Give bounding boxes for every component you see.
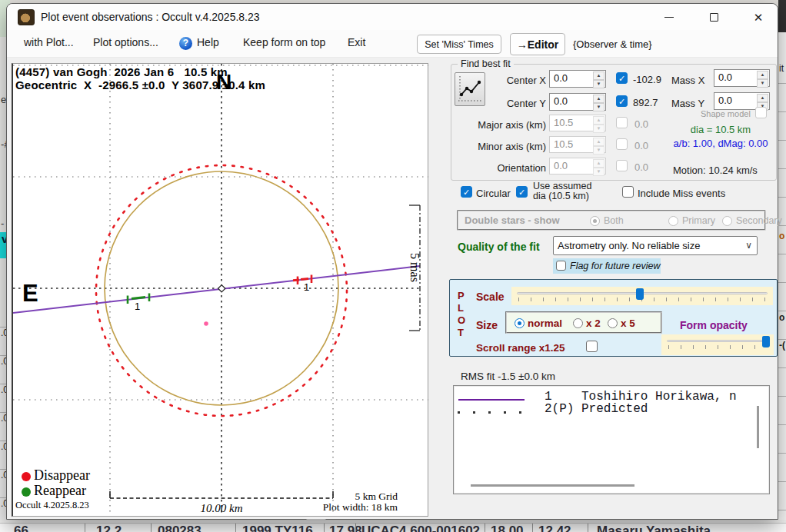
center-x-fit-checkbox[interactable]: ✓ (616, 72, 628, 84)
center-x-fit-value: -102.9 (633, 74, 661, 85)
circular-label: Circular (476, 188, 511, 199)
quality-of-fit-label: Quality of the fit (458, 241, 540, 253)
window-title: Plot event observations : Occult v.4.202… (41, 11, 260, 23)
north-direction-label: N (216, 70, 231, 95)
list-vertical-scrollbar[interactable] (757, 406, 759, 448)
background-table-cell: 17.98 (329, 524, 362, 532)
observer-time-label: {Observer & time} (573, 38, 652, 50)
chord-number-green: 1 (135, 301, 140, 312)
plot-title-line1: (4457) van Gogh 2026 Jan 6 10.5 km (15, 65, 228, 78)
close-button[interactable]: ✕ (741, 4, 776, 30)
double-secondary-radio[interactable] (722, 216, 732, 226)
double-secondary-label: Secondary (736, 215, 782, 226)
chord1-line-swatch (458, 399, 525, 401)
circular-checkbox[interactable]: ✓ (461, 186, 472, 198)
quality-of-fit-select[interactable]: Astrometry only. No reliable size ∨ (553, 236, 758, 255)
background-table-cell: 18.00 (491, 524, 524, 532)
list-horizontal-scrollbar[interactable] (471, 484, 634, 487)
mas-scale-label: 5 mas (406, 248, 421, 287)
menu-with-plot[interactable]: with Plot... (24, 36, 74, 48)
major-axis-input[interactable]: 10.5▲▼ (549, 115, 606, 131)
center-y-fit-checkbox[interactable]: ✓ (616, 95, 628, 107)
center-x-up[interactable]: ▲ (593, 71, 604, 80)
size-x5-radio[interactable] (608, 318, 618, 328)
double-primary-radio[interactable] (668, 216, 678, 226)
titlebar[interactable]: Plot event observations : Occult v.4.202… (7, 4, 778, 30)
app-icon (18, 9, 35, 25)
scalebar-label: 10.00 km (175, 502, 268, 515)
shape-model-label: Shape model (701, 109, 751, 118)
center-y-input[interactable]: 0.0▲▼ (549, 93, 606, 111)
best-fit-chart-button[interactable] (455, 72, 485, 106)
plot-drawing (13, 64, 428, 516)
form-opacity-slider[interactable] (661, 334, 774, 355)
center-x-label: Center X (489, 75, 546, 86)
close-icon: ✕ (754, 12, 764, 23)
scale-slider-thumb[interactable] (636, 288, 644, 300)
scroll-range-checkbox[interactable] (586, 341, 598, 352)
orientation-fit-checkbox[interactable] (616, 160, 628, 171)
minimize-button[interactable] (651, 4, 687, 30)
center-x-down[interactable]: ▼ (593, 80, 604, 88)
rms-fit-label: RMS fit -1.5 ±0.0 km (461, 371, 555, 382)
size-normal-radio[interactable] (515, 318, 525, 328)
flag-review-checkbox[interactable] (556, 261, 566, 271)
mass-x-input[interactable]: 0.0▲▼ (714, 69, 770, 87)
occultation-plot-canvas[interactable]: (4457) van Gogh 2026 Jan 6 10.5 km Geoce… (12, 63, 428, 517)
orientation-fit-value: 0.0 (634, 161, 648, 173)
help-icon[interactable]: ? (179, 37, 192, 50)
include-miss-events-label: Include Miss events (638, 188, 725, 199)
use-assumed-dia-checkbox[interactable]: ✓ (516, 186, 528, 198)
maximize-button[interactable] (696, 4, 731, 30)
reappear-legend-dot (22, 487, 31, 497)
major-axis-fit-checkbox[interactable] (616, 117, 628, 128)
background-text-fragment: it (779, 63, 784, 74)
canvas-resize-grip[interactable] (306, 519, 326, 521)
chord2-dotted-swatch (458, 411, 525, 414)
minor-axis-fit-checkbox[interactable] (616, 138, 628, 150)
observer-list-entry[interactable]: 2(P) Predicted (545, 402, 648, 416)
set-miss-times-button[interactable]: Set 'Miss' Times (417, 35, 501, 54)
mass-x-up[interactable]: ▲ (757, 71, 768, 79)
minor-axis-fit-value: 0.0 (634, 140, 648, 151)
form-opacity-slider-ticks (668, 345, 767, 349)
minor-axis-input[interactable]: 10.5▲▼ (549, 136, 606, 153)
center-y-down[interactable]: ▼ (593, 103, 604, 111)
include-miss-events-checkbox[interactable] (622, 186, 634, 198)
minor-axis-label: Minor axis (km) (473, 141, 546, 152)
orientation-input[interactable]: 0.0▲▼ (549, 158, 606, 175)
center-y-up[interactable]: ▲ (593, 95, 604, 103)
mass-x-down[interactable]: ▼ (757, 79, 768, 88)
chord-number-red: 1 (304, 281, 309, 293)
plot-controls-panel: P L O T Scale Size normal x 2 x 5 Form o… (449, 279, 778, 357)
scale-label: Scale (476, 291, 505, 303)
double-both-radio[interactable] (590, 216, 600, 226)
major-axis-label: Major axis (km) (473, 119, 546, 131)
size-radio-panel: normal x 2 x 5 (505, 311, 662, 334)
mass-y-up[interactable]: ▲ (757, 94, 768, 102)
flag-review-label: Flag for future review (570, 261, 660, 271)
background-text-fragment: o (779, 312, 784, 323)
menubar: with Plot... Plot options... ? Help Keep… (7, 30, 778, 58)
menu-plot-options[interactable]: Plot options... (93, 36, 158, 48)
form-opacity-slider-thumb[interactable] (762, 336, 770, 347)
menu-help[interactable]: Help (197, 36, 219, 48)
major-axis-fit-value: 0.0 (634, 118, 648, 130)
double-both-label: Both (604, 215, 624, 226)
scale-slider[interactable] (511, 287, 773, 305)
shape-model-checkbox[interactable] (755, 107, 767, 118)
size-x2-radio[interactable] (573, 318, 583, 328)
menu-exit[interactable]: Exit (348, 36, 365, 48)
background-text-fragment: - (1, 218, 4, 229)
axis-ratio-note: a/b: 1.00, dMag: 0.00 (666, 138, 775, 149)
editor-button[interactable]: →Editor (510, 33, 565, 55)
motion-note: Motion: 10.24 km/s (673, 165, 758, 176)
background-table-cell: UCAC4 600-001602 (361, 524, 480, 532)
center-x-input[interactable]: 0.0▲▼ (549, 70, 606, 88)
menu-keep-form-on-top[interactable]: Keep form on top (243, 36, 325, 48)
center-y-fit-value: 892.7 (633, 97, 658, 108)
diameter-note: dia = 10.5 km (670, 124, 771, 135)
minimize-icon (664, 17, 674, 18)
background-table-cell: Masaru Yamashita (597, 524, 711, 532)
observer-list[interactable]: 1 Toshihiro Horikawa, n 2(P) Predicted (453, 385, 770, 494)
